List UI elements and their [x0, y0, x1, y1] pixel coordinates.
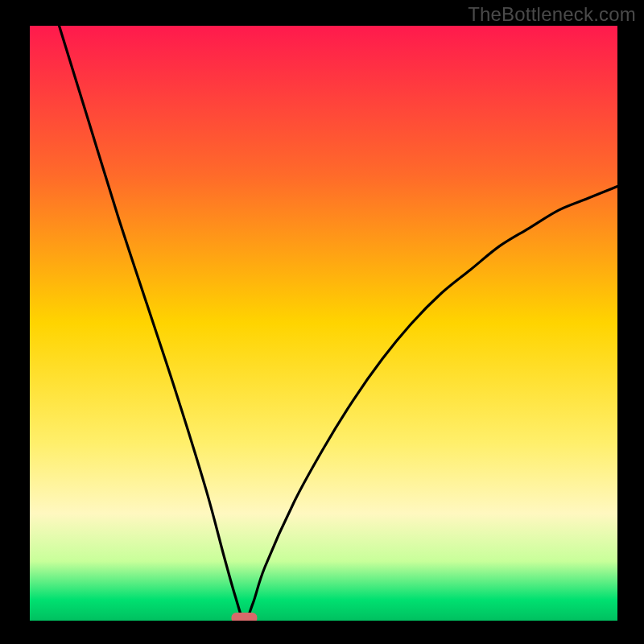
chart-frame: TheBottleneck.com [0, 0, 644, 644]
optimal-marker [231, 613, 257, 623]
watermark-text: TheBottleneck.com [468, 3, 636, 26]
gradient-background [30, 26, 617, 621]
chart-svg [0, 0, 644, 644]
